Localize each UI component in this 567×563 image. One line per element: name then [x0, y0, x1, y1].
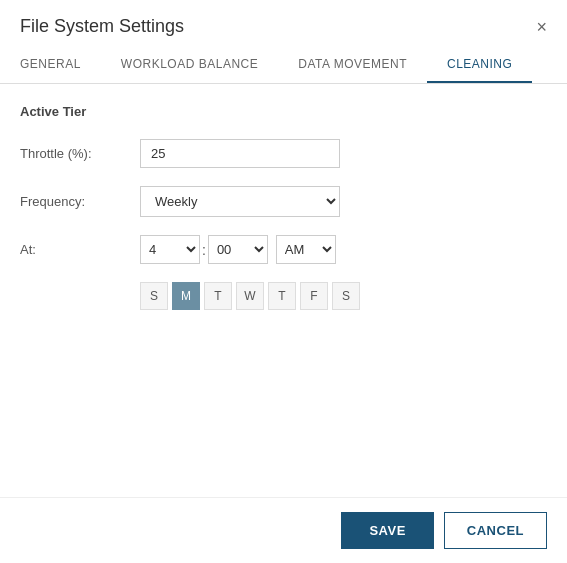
dialog-title: File System Settings [20, 16, 184, 37]
frequency-label: Frequency: [20, 194, 140, 209]
at-ampm-select[interactable]: AMPM [276, 235, 336, 264]
dialog-header: File System Settings × [0, 0, 567, 47]
at-row: At: 123 456 789 101112 : 00153045 A [20, 235, 547, 264]
throttle-label: Throttle (%): [20, 146, 140, 161]
dialog-footer: SAVE CANCEL [0, 497, 567, 563]
frequency-select[interactable]: Daily Weekly Monthly [140, 186, 340, 217]
days-row: S M T W T F S [140, 282, 547, 310]
at-controls-wrap: 123 456 789 101112 : 00153045 AMPM [140, 235, 547, 264]
day-monday[interactable]: M [172, 282, 200, 310]
frequency-row: Frequency: Daily Weekly Monthly [20, 186, 547, 217]
section-label: Active Tier [20, 104, 547, 119]
at-hour-select[interactable]: 123 456 789 101112 [140, 235, 200, 264]
cancel-button[interactable]: CANCEL [444, 512, 547, 549]
tab-bar: GENERAL WORKLOAD BALANCE DATA MOVEMENT C… [0, 47, 567, 84]
at-colon-separator: : [200, 242, 208, 258]
tab-general[interactable]: GENERAL [0, 47, 101, 83]
day-tuesday[interactable]: T [204, 282, 232, 310]
throttle-input-wrap [140, 139, 547, 168]
dialog: File System Settings × GENERAL WORKLOAD … [0, 0, 567, 563]
day-sunday[interactable]: S [140, 282, 168, 310]
save-button[interactable]: SAVE [341, 512, 433, 549]
at-selects-row: 123 456 789 101112 : 00153045 AMPM [140, 235, 547, 264]
tab-data-movement[interactable]: DATA MOVEMENT [278, 47, 427, 83]
at-space-separator [268, 242, 276, 258]
dialog-body: Active Tier Throttle (%): Frequency: Dai… [0, 84, 567, 330]
throttle-input[interactable] [140, 139, 340, 168]
at-label: At: [20, 242, 140, 257]
day-thursday[interactable]: T [268, 282, 296, 310]
day-saturday[interactable]: S [332, 282, 360, 310]
at-minute-select[interactable]: 00153045 [208, 235, 268, 264]
throttle-row: Throttle (%): [20, 139, 547, 168]
day-friday[interactable]: F [300, 282, 328, 310]
day-wednesday[interactable]: W [236, 282, 264, 310]
close-button[interactable]: × [536, 18, 547, 36]
frequency-select-wrap: Daily Weekly Monthly [140, 186, 547, 217]
tab-cleaning[interactable]: CLEANING [427, 47, 532, 83]
tab-workload-balance[interactable]: WORKLOAD BALANCE [101, 47, 278, 83]
